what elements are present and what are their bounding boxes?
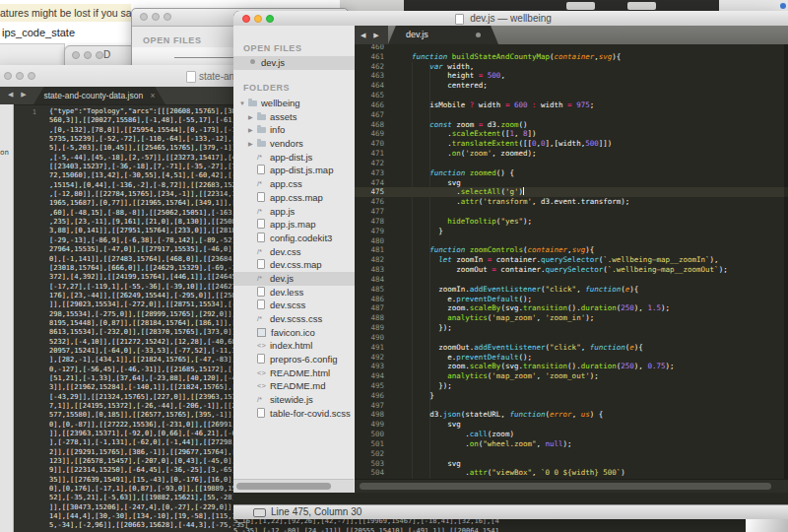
code-line-462[interactable]: 462 var width, — [355, 62, 788, 72]
sidebar-item-dev-less[interactable]: dev.less — [233, 286, 355, 299]
disclosure-triangle-icon[interactable]: ▶ — [248, 124, 257, 138]
editor-hscrollbar[interactable] — [355, 479, 788, 493]
code-line-499[interactable]: 499 svg — [355, 420, 788, 430]
code-line-487[interactable]: 487 zoom.scaleBy(svg.transition().durati… — [355, 303, 788, 313]
code-line-494[interactable]: 494 analytics('map_zoom', 'zoom_out'); — [355, 371, 788, 381]
code-line-490[interactable]: 490 — [355, 333, 788, 343]
sidebar-item-dev-scss[interactable]: dev.scss — [233, 299, 355, 312]
code-line-491[interactable]: 491 zoomOut.addEventListener("click", fu… — [355, 343, 788, 353]
tab-state-and-county-data[interactable]: state-and-county-data.json × — [33, 87, 165, 104]
code-line-475[interactable]: 475 .selectAll('g') — [355, 187, 788, 197]
code-line-498[interactable]: 498 d3.json(stateURL, function(error, us… — [355, 410, 788, 420]
traffic-light-zoom-icon[interactable] — [96, 51, 103, 59]
sidebar-item-info[interactable]: ▶info — [233, 123, 355, 137]
sidebar-item-app-css[interactable]: /*app.css — [233, 177, 355, 191]
sidebar-item-vendors[interactable]: ▶vendors — [233, 137, 355, 151]
code-editor[interactable]: 460461 function buildStateAndCountyMap(c… — [355, 44, 788, 480]
code-line-480[interactable]: 480 — [355, 236, 788, 246]
traffic-light-close-icon[interactable] — [4, 72, 12, 80]
sidebar-item-config-codekit3[interactable]: config.codekit3 — [233, 232, 355, 245]
code-line-503[interactable]: 503 svg — [355, 459, 788, 469]
code-line-479[interactable]: 479 } — [355, 227, 788, 236]
sidebar-hscroll-thumb[interactable] — [236, 483, 331, 490]
sidebar-item-readme-html[interactable]: <>README.html — [233, 366, 355, 380]
code-line-474[interactable]: 474 svg — [355, 178, 788, 188]
sidebar-item-table-for-covid-scss[interactable]: table-for-covid.scss — [233, 407, 355, 421]
code-line-460[interactable]: 460 — [355, 44, 788, 52]
code-line-481[interactable]: 481 function zoomControls(container,svg)… — [355, 245, 788, 255]
background-toolbar-button[interactable] — [566, 2, 595, 10]
code-line-482[interactable]: 482 let zoomIn = container.querySelector… — [355, 255, 788, 265]
traffic-light-close-icon[interactable] — [140, 13, 148, 21]
code-line-467[interactable]: 467 — [355, 110, 788, 120]
code-line-489[interactable]: 489 }); — [355, 323, 788, 333]
code-line-492[interactable]: 492 e.preventDefault(); — [355, 353, 788, 363]
sidebar-item-assets[interactable]: ▶assets — [233, 110, 355, 124]
sidebar-item-app-dist-js[interactable]: /*app-dist.js — [233, 151, 355, 165]
code-line-461[interactable]: 461 function buildStateAndCountyMap(cont… — [355, 52, 788, 62]
code-line-465[interactable]: 465 — [355, 91, 788, 100]
code-line-493[interactable]: 493 zoom.scaleBy(svg.transition().durati… — [355, 362, 788, 371]
tab-close-icon[interactable]: × — [151, 91, 156, 100]
code-line-466[interactable]: 466 isMobile ? width = 600 : width = 975… — [355, 100, 788, 110]
tab-nav-arrows-icon[interactable]: ◀ ▶ — [361, 32, 382, 39]
sidebar-item-wellbeing[interactable]: ▼wellbeing — [233, 97, 355, 110]
sidebar-item-app-css-map[interactable]: app.css.map — [233, 191, 355, 205]
sidebar-item-dev-js[interactable]: /*dev.js — [233, 272, 355, 286]
editor-hscroll-thumb[interactable] — [360, 483, 771, 490]
sidebar-label-fragment: on — [0, 148, 9, 157]
sidebar-item-app-js[interactable]: /*app.js — [233, 205, 355, 219]
sidebar-item-dev-js[interactable]: dev.js — [233, 56, 355, 70]
sidebar-item-app-dist-js-map[interactable]: app-dist.js.map — [233, 164, 355, 177]
code-line-496[interactable]: 496 } — [355, 391, 788, 401]
code-line-464[interactable]: 464 centered; — [355, 81, 788, 91]
disclosure-triangle-icon[interactable]: ▶ — [248, 138, 257, 152]
code-line-473[interactable]: 473 function zoomed() { — [355, 168, 788, 178]
traffic-light-minimize-icon[interactable] — [152, 13, 160, 21]
sidebar-item-dev-css[interactable]: /*dev.css — [233, 245, 355, 259]
code-line-484[interactable]: 484 — [355, 275, 788, 285]
sidebar-item-index-html[interactable]: <>index.html — [233, 339, 355, 353]
code-line-478[interactable]: 478 hideTooltip("yes"); — [355, 217, 788, 227]
traffic-light-zoom-icon[interactable] — [28, 72, 35, 80]
sidebar-item-dev-css-map[interactable]: dev.css.map — [233, 258, 355, 272]
code-line-488[interactable]: 488 analytics('map_zoom', 'zoom_in'); — [355, 313, 788, 323]
json-code-bottom[interactable]: 5,16],[1,22],[92,26],[42,-7]],[[19969,15… — [233, 517, 738, 532]
background-toolbar-button[interactable] — [627, 2, 656, 10]
editor-vscrollbar[interactable] — [784, 44, 788, 480]
sidebar-item-favicon-ico[interactable]: favicon.ico — [233, 326, 355, 340]
code-line-463[interactable]: 463 height = 500, — [355, 71, 788, 81]
sidebar-item-sitewide-js[interactable]: /*sitewide.js — [233, 393, 355, 407]
code-line-470[interactable]: 470 .translateExtent([[0,0],[width,500]]… — [355, 139, 788, 149]
disclosure-triangle-icon[interactable]: ▼ — [239, 98, 248, 111]
disclosure-triangle-icon[interactable]: ▶ — [248, 111, 257, 125]
code-line-485[interactable]: 485 zoomIn.addEventListener("click", fun… — [355, 285, 788, 295]
code-line-501[interactable]: 501 .on("wheel.zoom", null); — [355, 439, 788, 449]
code-line-497[interactable]: 497 — [355, 401, 788, 411]
json-code-area[interactable]: {"type":"Topology","arcs":[[[20608,15765… — [49, 107, 253, 531]
traffic-light-zoom-icon[interactable] — [164, 13, 171, 21]
sidebar-item-readme-md[interactable]: <>README.md — [233, 379, 355, 393]
sidebar-hscrollbar[interactable] — [233, 479, 354, 493]
sidebar-item-app-js-map[interactable]: app.js.map — [233, 218, 355, 232]
tab-devjs[interactable]: dev.js — [388, 26, 498, 44]
code-line-504[interactable]: 504 .attr("viewBox", `0 0 ${width} 500`) — [355, 468, 788, 478]
code-line-495[interactable]: 495 }); — [355, 381, 788, 391]
code-line-471[interactable]: 471 .on('zoom', zoomed); — [355, 149, 788, 159]
traffic-light-minimize-icon[interactable] — [84, 51, 92, 59]
sidebar-item-dev-scss-css[interactable]: /*dev.scss.css — [233, 312, 355, 326]
code-line-500[interactable]: 500 .call(zoom) — [355, 430, 788, 439]
code-line-472[interactable]: 472 — [355, 159, 788, 168]
code-line-502[interactable]: 502 — [355, 449, 788, 459]
code-line-483[interactable]: 483 zoomOut = container.querySelector(`.… — [355, 265, 788, 275]
sidebar-item-prepros-6-config[interactable]: prepros-6.config — [233, 353, 355, 366]
window-titlebar[interactable]: dev.js — wellbeing — [233, 11, 788, 27]
traffic-light-close-icon[interactable] — [72, 51, 80, 59]
code-line-477[interactable]: 477 — [355, 207, 788, 217]
code-line-486[interactable]: 486 e.preventDefault(); — [355, 295, 788, 304]
code-line-468[interactable]: 468 const zoom = d3.zoom() — [355, 120, 788, 130]
code-line-469[interactable]: 469 .scaleExtent([1, 8]) — [355, 129, 788, 139]
tab-nav-arrows-icon[interactable]: ◀ ▶ — [8, 91, 30, 99]
code-line-476[interactable]: 476 .attr('transform', d3.event.transfor… — [355, 197, 788, 207]
traffic-light-minimize-icon[interactable] — [16, 72, 24, 80]
